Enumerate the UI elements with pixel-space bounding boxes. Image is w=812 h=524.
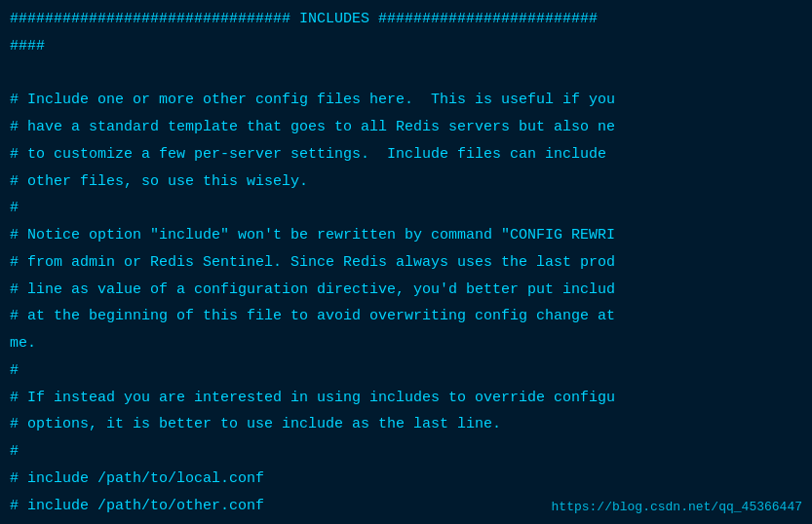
terminal-line: ################################ INCLUDE… (10, 6, 802, 33)
terminal-line: # to customize a few per-server settings… (10, 141, 802, 168)
terminal-line: # line as value of a configuration direc… (10, 277, 802, 304)
terminal-line: # have a standard template that goes to … (10, 114, 802, 141)
terminal-window: ################################ INCLUDE… (0, 0, 812, 524)
terminal-line: # options, it is better to use include a… (10, 411, 802, 438)
terminal-line: # include /path/to/local.conf (10, 466, 802, 493)
terminal-line: # (10, 438, 802, 466)
terminal-line: me. (10, 330, 802, 357)
terminal-line: #### (10, 33, 802, 60)
terminal-line: # from admin or Redis Sentinel. Since Re… (10, 249, 802, 277)
terminal-line: # other files, so use this wisely. (10, 168, 802, 196)
terminal-line: # (10, 195, 802, 222)
terminal-line: # Include one or more other config files… (10, 87, 802, 114)
watermark: https://blog.csdn.net/qq_45366447 (552, 500, 802, 514)
terminal-line: # If instead you are interested in using… (10, 385, 802, 412)
terminal-line: # (10, 357, 802, 385)
terminal-line: # Notice option "include" won't be rewri… (10, 222, 802, 249)
terminal-line: # at the beginning of this file to avoid… (10, 303, 802, 330)
terminal-line (10, 60, 802, 88)
